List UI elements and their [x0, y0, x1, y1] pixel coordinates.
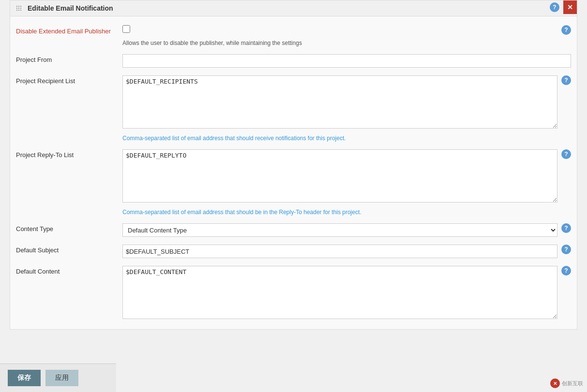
project-replyto-row: Project Reply-To List $DEFAULT_REPLYTO ? — [10, 145, 577, 208]
default-subject-help-icon[interactable]: ? — [561, 245, 571, 254]
recipient-help: Comma-separated list of email address th… — [10, 134, 577, 145]
disable-extended-row: Disable Extended Email Publisher ? — [10, 21, 577, 39]
disable-extended-help-text: Allows the user to disable the publisher… — [122, 40, 571, 48]
project-from-inner — [122, 54, 571, 68]
project-replyto-textarea[interactable]: $DEFAULT_REPLYTO — [122, 149, 557, 203]
default-content-label: Default Content — [16, 266, 122, 275]
content-type-inner: Default Content Type text/plain text/htm… — [122, 223, 557, 237]
panel-title-text: Editable Email Notification — [28, 4, 113, 12]
content-type-row: Content Type Default Content Type text/p… — [10, 219, 577, 241]
content-type-help-icon[interactable]: ? — [561, 223, 571, 233]
default-subject-row: Default Subject ? — [10, 241, 577, 262]
disable-extended-checkbox[interactable] — [122, 25, 130, 33]
grip-icon — [16, 5, 22, 11]
project-from-wrap — [122, 54, 571, 68]
panel: Editable Email Notification ? ✕ Disable … — [10, 0, 577, 330]
panel-help-icon[interactable]: ? — [550, 2, 559, 12]
default-subject-wrap: ? — [122, 245, 571, 258]
replyto-reply-link[interactable]: Reply-To — [279, 209, 302, 216]
default-content-textarea[interactable]: $DEFAULT_CONTENT — [122, 266, 557, 319]
content-type-select[interactable]: Default Content Type text/plain text/htm… — [122, 223, 557, 237]
watermark-text: 创新互联 — [562, 380, 583, 387]
form-body: Disable Extended Email Publisher ? Allow… — [10, 16, 577, 329]
project-from-row: Project From — [10, 50, 577, 72]
project-from-input[interactable] — [122, 54, 571, 68]
project-from-label: Project From — [16, 54, 122, 63]
project-recipient-textarea[interactable]: $DEFAULT_RECIPIENTS — [122, 75, 557, 129]
default-subject-label: Default Subject — [16, 245, 122, 254]
replyto-help: Comma-separated list of email address th… — [10, 208, 577, 219]
project-recipient-row: Project Recipient List $DEFAULT_RECIPIEN… — [10, 72, 577, 134]
project-recipient-wrap: $DEFAULT_RECIPIENTS ? — [122, 75, 571, 130]
recipient-help-link[interactable]: receive notifications — [255, 135, 306, 142]
watermark: ✕ 创新互联 — [550, 378, 583, 388]
apply-button[interactable]: 应用 — [45, 370, 78, 386]
replyto-help-text: Comma-separated list of email address th… — [122, 209, 571, 218]
default-content-wrap: $DEFAULT_CONTENT ? — [122, 266, 571, 320]
watermark-icon: ✕ — [550, 378, 560, 388]
disable-extended-help: Allows the user to disable the publisher… — [10, 39, 577, 50]
replyto-in-link[interactable]: in — [263, 209, 268, 216]
bottom-bar: 保存 应用 — [0, 363, 116, 392]
recipient-help-text: Comma-separated list of email address th… — [122, 135, 571, 144]
close-button[interactable]: ✕ — [563, 0, 577, 14]
panel-title: Editable Email Notification — [16, 4, 113, 12]
disable-extended-inner — [122, 25, 557, 34]
default-content-help-icon[interactable]: ? — [561, 266, 571, 276]
project-recipient-help-icon[interactable]: ? — [561, 75, 571, 85]
project-replyto-inner: $DEFAULT_REPLYTO — [122, 149, 557, 204]
project-replyto-help-icon[interactable]: ? — [561, 149, 571, 159]
default-content-row: Default Content $DEFAULT_CONTENT ? — [10, 262, 577, 324]
disable-extended-help-icon[interactable]: ? — [561, 25, 571, 35]
content-type-wrap: Default Content Type text/plain text/htm… — [122, 223, 571, 237]
panel-header: Editable Email Notification ? ✕ — [10, 0, 577, 16]
default-content-inner: $DEFAULT_CONTENT — [122, 266, 557, 320]
project-replyto-wrap: $DEFAULT_REPLYTO ? — [122, 149, 571, 204]
project-replyto-label: Project Reply-To List — [16, 149, 122, 159]
project-recipient-inner: $DEFAULT_RECIPIENTS — [122, 75, 557, 130]
project-recipient-label: Project Recipient List — [16, 75, 122, 85]
default-subject-input[interactable] — [122, 245, 557, 258]
main-container: Editable Email Notification ? ✕ Disable … — [0, 0, 587, 392]
disable-extended-wrap: ? — [122, 25, 571, 35]
default-subject-inner — [122, 245, 557, 258]
save-button[interactable]: 保存 — [8, 370, 41, 386]
content-type-label: Content Type — [16, 223, 122, 232]
disable-extended-label: Disable Extended Email Publisher — [16, 26, 122, 35]
